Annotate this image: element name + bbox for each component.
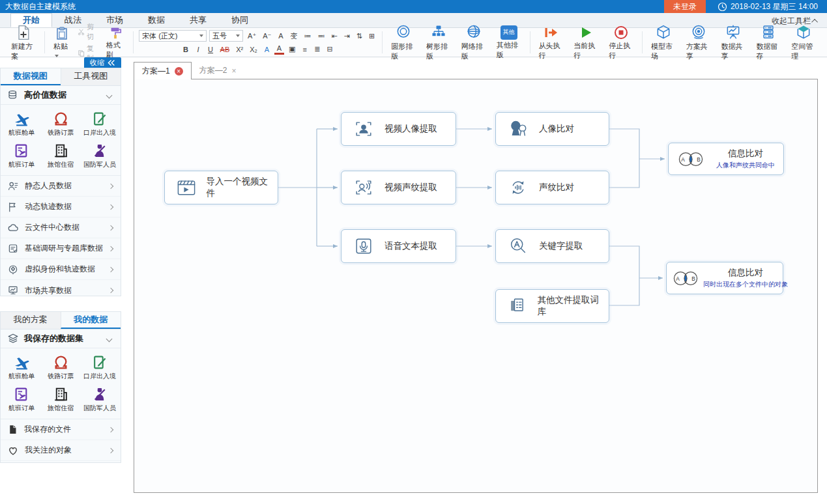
- my-saved-files-row[interactable]: 我保存的文件: [1, 419, 121, 440]
- ribbon-tab-share[interactable]: 共享: [177, 13, 219, 27]
- font-style-button[interactable]: ⊟: [325, 44, 335, 54]
- flow-canvas[interactable]: 导入一个视频文件 视频人像提取 视频声纹提取 语音文本提取 人像比对 声纹比对 …: [134, 79, 818, 493]
- model-market-label: 模型市场: [651, 42, 676, 61]
- font-style-button[interactable]: X₂: [248, 45, 259, 54]
- tab-tool-view[interactable]: 工具视图: [61, 68, 121, 85]
- font-style-button[interactable]: A: [276, 31, 285, 40]
- flight-order-icon: [14, 143, 30, 159]
- format-painter-icon: [108, 25, 123, 40]
- font-style-button[interactable]: ⇥: [342, 31, 352, 41]
- dataset-flight-order[interactable]: 航班订单: [2, 139, 41, 171]
- font-style-button[interactable]: A: [262, 45, 272, 54]
- node-keyword-extract[interactable]: 关键字提取: [495, 229, 609, 263]
- node-other-files-lexicon[interactable]: 其他文件提取词库: [495, 289, 609, 323]
- category-virtual-identity[interactable]: 虚拟身份和轨迹数据: [1, 259, 121, 280]
- tab-my-data[interactable]: 我的数据: [61, 312, 121, 329]
- saved-datasets-header[interactable]: 我保存的数据集: [1, 329, 121, 348]
- dataset-hotel-stay[interactable]: 旅馆住宿: [41, 139, 80, 171]
- new-plan-button[interactable]: 新建方案: [8, 24, 39, 61]
- font-style-button[interactable]: ≡: [300, 45, 310, 54]
- category-market-share[interactable]: 市场共享数据: [1, 280, 121, 301]
- font-style-button[interactable]: ▣: [287, 44, 297, 54]
- font-style-button[interactable]: U: [206, 45, 216, 54]
- run-current-button[interactable]: 当前执行: [570, 25, 602, 61]
- node-face-compare[interactable]: 人像比对: [495, 112, 609, 146]
- stop-run-button[interactable]: 停止执行: [605, 25, 637, 61]
- category-static-personnel[interactable]: 静态人员数据: [1, 176, 121, 197]
- run-from-start-button[interactable]: 从头执行: [535, 25, 566, 61]
- dataset-hotel-stay[interactable]: 旅馆住宿: [41, 383, 80, 415]
- cut-button[interactable]: 剪切: [78, 22, 99, 42]
- category-cloud-files[interactable]: 云文件中心数据: [1, 217, 121, 238]
- keyword-search-icon: [506, 234, 530, 258]
- font-name-select[interactable]: 宋体 (正文): [139, 30, 207, 42]
- font-style-button[interactable]: ≕: [315, 31, 326, 41]
- font-style-button[interactable]: A⁻: [261, 31, 273, 41]
- other-layout-button[interactable]: 其他 其他排版: [493, 25, 525, 60]
- high-value-data-header[interactable]: 高价值数据: [1, 86, 121, 105]
- font-style-button[interactable]: X²: [234, 45, 245, 54]
- dataset-rail-ticket[interactable]: 铁路订票: [41, 107, 80, 139]
- dataset-military-personnel[interactable]: 国防军人员: [80, 383, 119, 415]
- dataset-border-entry[interactable]: 口岸出入境: [80, 351, 119, 383]
- close-tab-icon[interactable]: [231, 66, 236, 76]
- close-tab-icon[interactable]: [175, 67, 183, 76]
- railway-icon: [53, 111, 69, 127]
- font-style-button[interactable]: ≔: [302, 31, 313, 41]
- data-share-button[interactable]: 数据共享: [718, 24, 749, 61]
- tab-data-view[interactable]: 数据视图: [1, 68, 61, 85]
- plan-share-button[interactable]: 方案共享: [683, 24, 714, 61]
- font-style-button[interactable]: 变: [288, 31, 299, 42]
- paste-button[interactable]: 粘贴: [50, 25, 74, 59]
- node-voiceprint-extract[interactable]: 视频声纹提取: [341, 171, 456, 204]
- font-style-button[interactable]: ≣: [312, 44, 322, 54]
- layers-icon: [7, 333, 19, 344]
- canvas-tab-plan-1[interactable]: 方案—1: [134, 62, 192, 79]
- font-group: 宋体 (正文) 五号 A⁺A⁻A变≔≕⇤⇥⇅⊞ BIUABX²X₂AA▣≡≣⊟: [135, 29, 381, 55]
- category-survey-library[interactable]: 基础调研与专题库数据: [1, 238, 121, 259]
- canvas-tab-plan-2[interactable]: 方案—2: [192, 62, 244, 79]
- my-data-panel: 我的方案 我的数据 我保存的数据集 航班舱单 铁路订票 口岸出入境 航班订单 旅…: [0, 311, 121, 463]
- node-voiceprint-compare[interactable]: 声纹比对: [495, 171, 609, 204]
- node-import-video[interactable]: 导入一个视频文件: [164, 171, 278, 204]
- node-info-compare-1[interactable]: AB 信息比对 人像和声纹共同命中: [668, 143, 784, 175]
- flag-icon: [7, 201, 19, 213]
- ribbon-tab-collab[interactable]: 协同: [219, 13, 261, 27]
- circle-layout-label: 圆形排版: [391, 42, 416, 61]
- tab-my-plans[interactable]: 我的方案: [1, 312, 61, 329]
- circle-layout-button[interactable]: 圆形排版: [388, 24, 419, 61]
- dataset-military-personnel[interactable]: 国防军人员: [80, 139, 119, 171]
- font-style-button[interactable]: ⇤: [329, 31, 339, 41]
- font-style-button[interactable]: AB: [218, 45, 232, 54]
- dataset-rail-ticket[interactable]: 铁路订票: [41, 351, 80, 383]
- category-dynamic-track[interactable]: 动态轨迹数据: [1, 197, 121, 217]
- sidebar-collapse-button[interactable]: 收缩: [84, 57, 121, 68]
- font-style-button[interactable]: ⊞: [367, 31, 377, 41]
- heart-icon: [7, 445, 19, 456]
- dataset-border-entry[interactable]: 口岸出入境: [80, 107, 119, 139]
- font-style-button[interactable]: ⇅: [355, 31, 364, 41]
- caret-down-icon: [55, 55, 59, 57]
- dataset-flight-manifest[interactable]: 航班舱单: [2, 351, 41, 383]
- font-style-button[interactable]: A⁺: [246, 31, 258, 41]
- ribbon-tab-data[interactable]: 数据: [136, 13, 177, 27]
- tree-layout-button[interactable]: 树形排版: [423, 24, 454, 61]
- font-style-button[interactable]: B: [181, 45, 191, 54]
- space-manage-button[interactable]: 空间管理: [788, 24, 819, 61]
- model-market-button[interactable]: 模型市场: [648, 24, 679, 61]
- soldier-icon: [92, 143, 108, 159]
- dataset-flight-manifest[interactable]: 航班舱单: [2, 107, 41, 139]
- network-layout-button[interactable]: 网络排版: [458, 24, 489, 61]
- my-followed-objects-row[interactable]: 我关注的对象: [1, 440, 121, 461]
- node-info-compare-2[interactable]: AB 信息比对 同时出现在多个文件中的对象: [666, 262, 783, 294]
- data-retention-button[interactable]: 数据留存: [753, 24, 784, 61]
- login-status-badge[interactable]: 未登录: [664, 0, 706, 13]
- dataset-flight-order[interactable]: 航班订单: [2, 383, 41, 415]
- font-style-button[interactable]: A: [274, 44, 284, 55]
- plane-icon: [14, 354, 30, 371]
- node-face-extract[interactable]: 视频人像提取: [341, 112, 456, 146]
- node-speech-to-text[interactable]: 语音文本提取: [341, 229, 456, 263]
- font-style-button[interactable]: I: [194, 45, 203, 54]
- font-size-select[interactable]: 五号: [209, 30, 243, 42]
- format-painter-button[interactable]: 格式刷: [103, 25, 128, 60]
